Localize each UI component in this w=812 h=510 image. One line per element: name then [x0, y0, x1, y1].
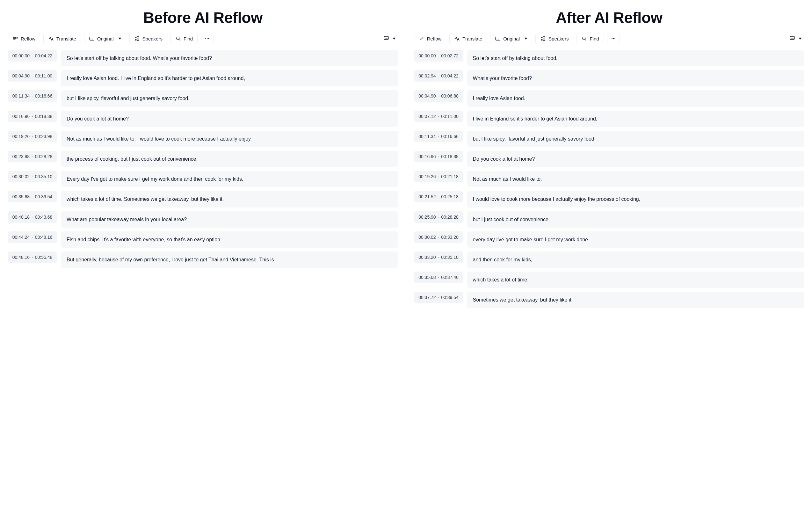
transcript-row[interactable]: 00:33.20-00:35.10and then cook for my ki… [414, 252, 805, 268]
transcript-row[interactable]: 00:11.34-00:16.66but I like spicy, flavo… [8, 90, 398, 107]
speakers-button[interactable]: Speakers [129, 33, 167, 44]
transcript-row[interactable]: 00:48.16-00:55.48But generally, because … [8, 252, 398, 268]
timecode[interactable]: 00:04.90-00:11.00 [8, 70, 57, 82]
translate-icon [454, 36, 460, 41]
timecode[interactable]: 00:33.20-00:35.10 [414, 252, 463, 263]
transcript-row[interactable]: 00:11.34-00:16.66but I like spicy, flavo… [414, 131, 805, 147]
transcript-row[interactable]: 00:19.26-00:23.98Not as much as I would … [8, 131, 398, 147]
transcript-text[interactable]: I would love to cook more because I actu… [467, 191, 805, 207]
transcript-text[interactable]: Sometimes we get takeaway, but they like… [467, 292, 805, 308]
find-button[interactable]: Find [577, 33, 604, 44]
transcript-row[interactable]: 00:07.12-00:11.00I live in England so it… [414, 111, 805, 127]
transcript-text[interactable]: I really love Asian food. I live in Engl… [61, 70, 398, 86]
timecode[interactable]: 00:23.98-00:28.28 [8, 151, 57, 162]
speakers-icon [134, 36, 140, 41]
timecode[interactable]: 00:07.12-00:11.00 [414, 111, 463, 122]
transcript-row[interactable]: 00:35.68-00:39.54which takes a lot of ti… [8, 191, 398, 207]
timecode[interactable]: 00:35.68-00:37.46 [414, 272, 463, 283]
timecode[interactable]: 00:25.90-00:28.28 [414, 211, 463, 223]
timecode[interactable]: 00:48.16-00:55.48 [8, 252, 57, 263]
timecode[interactable]: 00:19.26-00:23.98 [8, 131, 57, 142]
timecode-start: 00:44.24 [12, 235, 30, 240]
transcript-text[interactable]: Not as much as I would like to. I would … [61, 131, 398, 147]
transcript-text[interactable]: But generally, because of my own prefere… [61, 252, 398, 268]
timecode-end: 00:04.22 [441, 73, 459, 78]
transcript-row[interactable]: 00:02.94-00:04.22What's your favorite fo… [414, 70, 805, 86]
transcript-row[interactable]: 00:30.02-00:33.20every day I've got to m… [414, 231, 805, 248]
timecode[interactable]: 00:11.34-00:16.66 [414, 131, 463, 142]
transcript-text[interactable]: I really love Asian food. [467, 90, 805, 107]
before-transcript[interactable]: 00:00.00-00:04.22So let's start off by t… [0, 48, 406, 510]
speakers-button[interactable]: Speakers [535, 33, 573, 44]
find-button[interactable]: Find [171, 33, 198, 44]
timecode[interactable]: 00:16.96-00:18.38 [414, 151, 463, 162]
speakers-label: Speakers [142, 36, 163, 41]
before-heading: Before AI Reflow [0, 0, 406, 33]
more-button[interactable] [201, 33, 213, 44]
original-dropdown[interactable]: Original [490, 33, 532, 44]
transcript-text[interactable]: What's your favorite food? [467, 70, 805, 86]
transcript-text[interactable]: but I just cook out of convenience. [467, 211, 805, 228]
timecode[interactable]: 00:19.26-00:21.18 [414, 171, 463, 182]
timecode[interactable]: 00:37.72-00:39.54 [414, 292, 463, 303]
transcript-row[interactable]: 00:16.96-00:18.38Do you cook a lot at ho… [8, 111, 398, 127]
transcript-text[interactable]: and then cook for my kids, [467, 252, 805, 268]
transcript-row[interactable]: 00:37.72-00:39.54Sometimes we get takeaw… [414, 292, 805, 308]
transcript-row[interactable]: 00:40.18-00:43.68What are popular takeaw… [8, 211, 398, 228]
timecode[interactable]: 00:30.02-00:33.20 [414, 231, 463, 243]
transcript-text[interactable]: Do you cook a lot at home? [61, 111, 398, 127]
original-dropdown[interactable]: Original [84, 33, 126, 44]
transcript-text[interactable]: What are popular takeaway meals in your … [61, 211, 398, 228]
transcript-text[interactable]: So let's start off by talking about food… [61, 50, 398, 66]
after-transcript[interactable]: 00:00.00-00:02.72So let's start off by t… [406, 48, 812, 510]
timecode[interactable]: 00:35.68-00:39.54 [8, 191, 57, 202]
transcript-row[interactable]: 00:44.24-00:48.16Fish and chips. It's a … [8, 231, 398, 248]
transcript-row[interactable]: 00:04.90-00:11.00I really love Asian foo… [8, 70, 398, 86]
timecode[interactable]: 00:16.96-00:18.38 [8, 111, 57, 122]
right-tools [380, 33, 398, 44]
timecode-end: 00:35.10 [441, 255, 459, 260]
translate-button[interactable]: Translate [44, 33, 81, 44]
layout-toggle[interactable] [380, 33, 398, 44]
transcript-text[interactable]: Fish and chips. It's a favorite with eve… [61, 231, 398, 248]
transcript-row[interactable]: 00:30.02-00:35.10Every day I've got to m… [8, 171, 398, 187]
transcript-row[interactable]: 00:21.52-00:25.18I would love to cook mo… [414, 191, 805, 207]
transcript-text[interactable]: So let's start off by talking about food… [467, 50, 805, 66]
reflow-button-done[interactable]: Reflow [414, 33, 446, 44]
timecode[interactable]: 00:44.24-00:48.16 [8, 231, 57, 243]
transcript-text[interactable]: Not as much as I would like to. [467, 171, 805, 187]
transcript-text[interactable]: but I like spicy, flavorful and just gen… [467, 131, 805, 147]
svg-point-5 [207, 38, 207, 39]
timecode[interactable]: 00:30.02-00:35.10 [8, 171, 57, 182]
transcript-text[interactable]: Do you cook a lot at home? [467, 151, 805, 167]
transcript-row[interactable]: 00:00.00-00:04.22So let's start off by t… [8, 50, 398, 66]
timecode[interactable]: 00:21.52-00:25.18 [414, 191, 463, 202]
transcript-text[interactable]: the process of cooking, but I just cook … [61, 151, 398, 167]
transcript-text[interactable]: which takes a lot of time. [467, 272, 805, 288]
timecode[interactable]: 00:04.90-00:06.88 [414, 90, 463, 102]
original-label: Original [97, 36, 114, 41]
transcript-text[interactable]: every day I've got to make sure I get my… [467, 231, 805, 248]
transcript-row[interactable]: 00:19.26-00:21.18Not as much as I would … [414, 171, 805, 187]
timecode[interactable]: 00:00.00-00:02.72 [414, 50, 463, 61]
transcript-row[interactable]: 00:00.00-00:02.72So let's start off by t… [414, 50, 805, 66]
timecode[interactable]: 00:40.18-00:43.68 [8, 211, 57, 223]
timecode[interactable]: 00:02.94-00:04.22 [414, 70, 463, 82]
transcript-row[interactable]: 00:16.96-00:18.38Do you cook a lot at ho… [414, 151, 805, 167]
timecode[interactable]: 00:00.00-00:04.22 [8, 50, 57, 61]
transcript-row[interactable]: 00:25.90-00:28.28but I just cook out of … [414, 211, 805, 228]
page-container: Before AI Reflow Reflow [0, 0, 812, 510]
transcript-text[interactable]: which takes a lot of time. Sometimes we … [61, 191, 398, 207]
svg-rect-9 [543, 37, 545, 38]
transcript-text[interactable]: I live in England so it's harder to get … [467, 111, 805, 127]
reflow-button[interactable]: Reflow [8, 33, 40, 44]
translate-button[interactable]: Translate [450, 33, 487, 44]
transcript-row[interactable]: 00:35.68-00:37.46which takes a lot of ti… [414, 272, 805, 288]
layout-toggle[interactable] [786, 33, 804, 44]
transcript-text[interactable]: but I like spicy, flavorful and just gen… [61, 90, 398, 107]
transcript-row[interactable]: 00:23.98-00:28.28the process of cooking,… [8, 151, 398, 167]
more-button[interactable] [607, 33, 620, 44]
transcript-row[interactable]: 00:04.90-00:06.88I really love Asian foo… [414, 90, 805, 107]
timecode[interactable]: 00:11.34-00:16.66 [8, 90, 57, 102]
transcript-text[interactable]: Every day I've got to make sure I get my… [61, 171, 398, 187]
